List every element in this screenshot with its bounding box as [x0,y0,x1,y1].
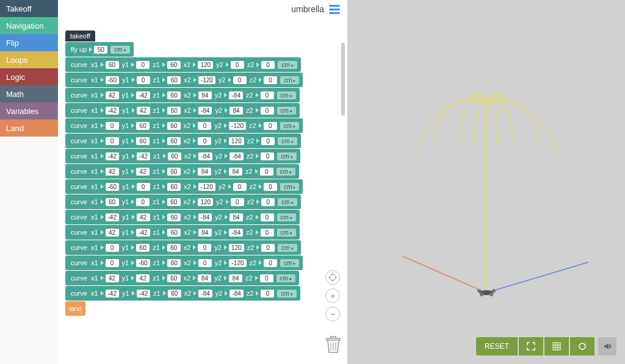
curve-z1-value[interactable]: 60 [167,198,181,206]
curve-z2-value[interactable]: 0 [264,259,277,267]
zoom-out-button[interactable]: − [325,307,340,321]
curve-x1-value[interactable]: -42 [106,152,119,160]
unit-dropdown[interactable]: cm [278,61,297,69]
mute-button[interactable] [598,337,616,355]
curve-x1-value[interactable]: -42 [106,107,119,115]
curve-y1-value[interactable]: 0 [136,198,150,206]
category-navigation[interactable]: Navigation [0,17,58,34]
curve-y1-value[interactable]: 0 [137,183,150,191]
curve-x2-value[interactable]: 84 [198,229,212,237]
curve-z2-value[interactable]: 0 [261,213,274,221]
curve-z1-value[interactable]: 60 [168,152,181,160]
curve-z2-value[interactable]: 0 [261,61,275,69]
curve-z1-value[interactable]: 60 [167,61,181,69]
curve-z2-value[interactable]: 0 [264,122,277,130]
unit-dropdown[interactable]: cm [277,152,296,160]
curve-z1-value[interactable]: 60 [167,213,181,221]
curve-y1-value[interactable]: 60 [136,137,150,145]
curve-z2-value[interactable]: 0 [260,274,273,282]
curve-x1-value[interactable]: 42 [106,91,119,99]
unit-dropdown[interactable]: cm [277,229,296,237]
curve-block[interactable]: curvex142y1-42z160x284y2-84z20cm [65,225,300,240]
category-math[interactable]: Math [0,85,58,102]
curve-block[interactable]: curvex10y160z160x20y2-120z20cm [65,118,303,133]
curve-z2-value[interactable]: 0 [261,290,274,298]
curve-z1-value[interactable]: 60 [167,183,181,191]
hamburger-menu-icon[interactable] [329,5,340,14]
curve-x2-value[interactable]: 0 [198,137,211,145]
curve-x1-value[interactable]: 0 [106,137,119,145]
curve-x2-value[interactable]: 0 [198,244,211,252]
curve-block[interactable]: curvex10y1-60z160x20y2-120z20cm [65,255,303,270]
curve-x2-value[interactable]: 120 [198,198,213,206]
flyup-block[interactable]: fly up 50 cm [65,42,134,57]
curve-x1-value[interactable]: -60 [106,76,119,84]
curve-y2-value[interactable]: 84 [229,213,243,221]
circle-view-button[interactable] [570,337,594,355]
curve-z1-value[interactable]: 60 [167,76,181,84]
unit-dropdown[interactable]: cm [280,183,299,191]
land-block[interactable]: land [65,301,85,316]
curve-y1-value[interactable]: -60 [136,259,150,267]
unit-dropdown[interactable]: cm [277,107,296,115]
curve-x1-value[interactable]: 60 [106,61,119,69]
curve-block[interactable]: curvex142y142z160x284y284z20cm [65,271,299,285]
curve-y1-value[interactable]: 42 [136,274,150,282]
unit-dropdown[interactable]: cm [277,91,296,99]
3d-viewer[interactable]: RESET [347,0,625,364]
curve-y1-value[interactable]: -42 [137,152,150,160]
curve-y1-value[interactable]: 60 [136,244,150,252]
curve-z1-value[interactable]: 60 [167,274,181,282]
category-land[interactable]: Land [0,120,58,137]
fullscreen-button[interactable] [519,337,543,355]
curve-x2-value[interactable]: -84 [198,152,212,160]
curve-z2-value[interactable]: 0 [261,198,275,206]
curve-y1-value[interactable]: 42 [137,213,150,221]
curve-y2-value[interactable]: -84 [229,229,242,237]
unit-dropdown[interactable]: cm [278,137,297,145]
grid-button[interactable] [544,337,569,355]
curve-y2-value[interactable]: 0 [231,61,244,69]
unit-dropdown[interactable]: cm [277,213,296,221]
curve-x1-value[interactable]: 0 [106,244,119,252]
curve-y2-value[interactable]: 120 [229,137,244,145]
curve-y1-value[interactable]: 0 [137,76,150,84]
curve-x2-value[interactable]: 0 [198,122,211,130]
curve-y2-value[interactable]: -84 [229,91,242,99]
curve-block[interactable]: curvex1-60y10z160x2-120y20z20cm [65,73,303,87]
curve-y2-value[interactable]: -84 [229,290,243,298]
curve-y1-value[interactable]: 0 [136,61,150,69]
curve-x1-value[interactable]: 60 [106,198,119,206]
curve-x1-value[interactable]: 0 [106,259,119,267]
curve-z2-value[interactable]: 0 [264,76,277,84]
curve-z1-value[interactable]: 60 [167,229,181,237]
curve-y2-value[interactable]: -120 [229,122,246,130]
unit-dropdown[interactable]: cm [110,46,129,54]
unit-dropdown[interactable]: cm [280,122,299,130]
center-target-button[interactable] [325,270,340,285]
curve-x2-value[interactable]: -120 [198,76,215,84]
curve-z2-value[interactable]: 0 [261,152,274,160]
curve-x2-value[interactable]: -84 [198,107,212,115]
curve-y2-value[interactable]: 84 [229,274,242,282]
curve-y2-value[interactable]: 0 [233,183,247,191]
unit-dropdown[interactable]: cm [277,290,296,298]
block-stack[interactable]: takeoff fly up 50 cm curvex160y10z160x21… [65,30,303,316]
curve-block[interactable]: curvex142y142z160x284y284z20cm [65,164,299,179]
curve-block[interactable]: curvex1-42y1-42z160x2-84y2-84z20cm [65,286,300,301]
curve-y2-value[interactable]: 0 [231,198,244,206]
curve-z2-value[interactable]: 0 [261,107,274,115]
curve-block[interactable]: curvex160y10z160x2120y20z20cm [65,57,301,72]
curve-x2-value[interactable]: -120 [198,183,215,191]
curve-x2-value[interactable]: 84 [198,91,212,99]
curve-z2-value[interactable]: 0 [261,244,275,252]
curve-block[interactable]: curvex10y160z160x20y2120z20cm [65,134,301,148]
trash-icon[interactable] [325,335,341,355]
curve-x1-value[interactable]: 42 [106,229,119,237]
curve-z1-value[interactable]: 60 [167,137,181,145]
category-takeoff[interactable]: Takeoff [0,0,58,17]
category-variables[interactable]: Variables [0,102,58,120]
curve-y2-value[interactable]: 120 [229,244,244,252]
curve-x2-value[interactable]: -84 [198,290,212,298]
curve-y2-value[interactable]: 0 [233,76,247,84]
